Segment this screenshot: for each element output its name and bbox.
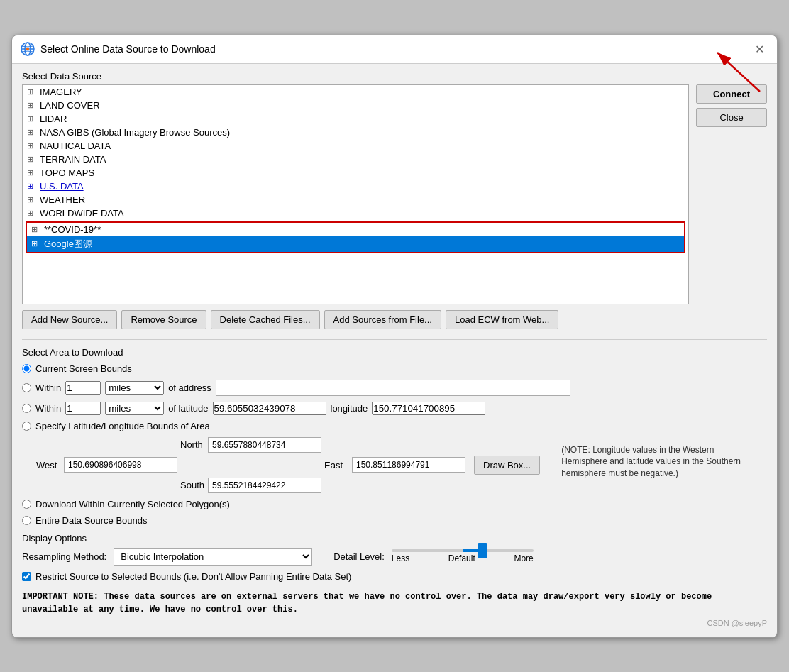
- important-note: IMPORTANT NOTE: These data sources are o…: [22, 590, 767, 616]
- specify-bounds-label[interactable]: Specify Latitude/Longitude Bounds of Are…: [35, 421, 210, 431]
- add-from-file-button[interactable]: Add Sources from File...: [324, 310, 441, 329]
- tree-item-worldwide[interactable]: ⊞ WORLDWIDE DATA: [23, 206, 688, 220]
- close-x-button[interactable]: ✕: [751, 41, 768, 57]
- north-input[interactable]: [208, 437, 321, 453]
- within-latlon-unit[interactable]: miles kilometers feet meters: [105, 402, 164, 415]
- entire-source-radio[interactable]: [22, 516, 31, 525]
- slider-default-label: Default: [448, 553, 475, 563]
- expand-icon-terrain: ⊞: [27, 155, 37, 164]
- polygon-label[interactable]: Download Within Currently Selected Polyg…: [35, 499, 230, 509]
- restrict-checkbox[interactable]: [22, 572, 31, 581]
- tree-item-nasa-gibs[interactable]: ⊞ NASA GIBS (Global Imagery Browse Sourc…: [23, 126, 688, 139]
- west-input[interactable]: [64, 457, 177, 473]
- tree-item-terrain[interactable]: ⊞ TERRAIN DATA: [23, 153, 688, 166]
- tree-item-weather[interactable]: ⊞ WEATHER: [23, 193, 688, 206]
- current-screen-label[interactable]: Current Screen Bounds: [35, 363, 132, 374]
- draw-box-button[interactable]: Draw Box...: [474, 456, 540, 475]
- tree-item-imagery[interactable]: ⊞ IMAGERY: [23, 85, 688, 99]
- restrict-checkbox-row: Restrict Source to Selected Bounds (i.e.…: [22, 571, 767, 582]
- connect-button[interactable]: Connect: [696, 84, 767, 104]
- within-latlon-radio[interactable]: [22, 404, 31, 413]
- tree-item-label-topo: TOPO MAPS: [40, 167, 94, 178]
- address-input[interactable]: [216, 380, 570, 396]
- tree-item-land-cover[interactable]: ⊞ LAND COVER: [23, 99, 688, 112]
- main-dialog: Select Online Data Source to Download ✕ …: [11, 35, 778, 638]
- east-area: East Draw Box...: [324, 456, 540, 475]
- delete-cached-button[interactable]: Delete Cached Files...: [211, 310, 320, 329]
- expand-icon-weather: ⊞: [27, 195, 37, 204]
- load-ecw-button[interactable]: Load ECW from Web...: [446, 310, 558, 329]
- tree-item-topo[interactable]: ⊞ TOPO MAPS: [23, 166, 688, 180]
- west-area: West: [36, 457, 177, 473]
- south-input[interactable]: [208, 478, 321, 493]
- of-latitude-label: of latitude: [168, 403, 208, 414]
- within-address-radio-label[interactable]: Within: [35, 382, 61, 393]
- dialog-title: Select Online Data Source to Download: [40, 43, 216, 55]
- current-screen-radio[interactable]: [22, 364, 31, 373]
- longitude-input[interactable]: [372, 402, 485, 415]
- within-address-value[interactable]: [65, 381, 101, 395]
- slider-min-label: Less: [392, 553, 409, 563]
- tree-panel[interactable]: ⊞ IMAGERY ⊞ LAND COVER ⊞ LIDAR ⊞ NASA GI…: [22, 84, 689, 304]
- entire-source-row: Entire Data Source Bounds: [22, 515, 767, 526]
- tree-item-us-data[interactable]: ⊞ U.S. DATA: [23, 180, 688, 193]
- remove-source-button[interactable]: Remove Source: [121, 310, 206, 329]
- south-area: South: [180, 478, 321, 493]
- svg-point-3: [26, 48, 29, 50]
- custom-sources-box: ⊞ **COVID-19** ⊞ Google图源: [26, 221, 685, 253]
- app-icon: [21, 42, 35, 56]
- title-bar: Select Online Data Source to Download ✕: [12, 35, 777, 64]
- close-button[interactable]: Close: [696, 108, 767, 127]
- expand-icon-nasa-gibs: ⊞: [27, 128, 37, 137]
- expand-icon-covid: ⊞: [31, 225, 41, 234]
- expand-icon-topo: ⊞: [27, 168, 37, 177]
- tree-item-label-covid: **COVID-19**: [44, 224, 101, 235]
- polygon-radio[interactable]: [22, 500, 31, 509]
- specify-bounds-row: Specify Latitude/Longitude Bounds of Are…: [22, 421, 767, 431]
- bounds-grid: North West East Draw Box... South: [36, 437, 540, 493]
- main-area: ⊞ IMAGERY ⊞ LAND COVER ⊞ LIDAR ⊞ NASA GI…: [22, 84, 767, 304]
- within-address-unit[interactable]: miles kilometers feet meters: [105, 381, 164, 395]
- bounds-note: (NOTE: Longitude values in the Western H…: [561, 444, 760, 480]
- expand-icon-nautical: ⊞: [27, 141, 37, 150]
- within-address-radio[interactable]: [22, 383, 31, 392]
- tree-item-lidar[interactable]: ⊞ LIDAR: [23, 112, 688, 126]
- title-bar-left: Select Online Data Source to Download: [21, 42, 216, 56]
- expand-icon-land-cover: ⊞: [27, 101, 37, 110]
- display-options-section: Display Options Resampling Method: Bicub…: [22, 533, 767, 566]
- latitude-input[interactable]: [213, 402, 326, 415]
- expand-icon-us-data: ⊞: [27, 182, 37, 191]
- polygon-row: Download Within Currently Selected Polyg…: [22, 499, 767, 509]
- west-label: West: [36, 460, 61, 470]
- slider-labels: Less Default More: [392, 553, 534, 563]
- south-label: South: [180, 480, 205, 490]
- tree-item-nautical[interactable]: ⊞ NAUTICAL DATA: [23, 139, 688, 153]
- tree-item-label-imagery: IMAGERY: [40, 87, 82, 97]
- east-label: East: [324, 460, 349, 470]
- longitude-label: longitude: [331, 403, 368, 414]
- within-latlon-row: Within miles kilometers feet meters of l…: [22, 402, 767, 415]
- divider: [22, 339, 767, 340]
- add-new-source-button[interactable]: Add New Source...: [22, 310, 117, 329]
- specify-bounds-radio[interactable]: [22, 422, 31, 431]
- detail-level-slider[interactable]: [392, 549, 534, 552]
- tree-item-label-terrain: TERRAIN DATA: [40, 154, 106, 165]
- area-section: Select Area to Download Current Screen B…: [22, 347, 767, 526]
- tree-item-google[interactable]: ⊞ Google图源: [27, 236, 684, 252]
- bounds-area: North West East Draw Box... South: [36, 437, 767, 493]
- tree-item-covid[interactable]: ⊞ **COVID-19**: [27, 223, 684, 236]
- restrict-label[interactable]: Restrict Source to Selected Bounds (i.e.…: [35, 571, 351, 582]
- area-label: Select Area to Download: [22, 347, 767, 358]
- display-options-row: Resampling Method: Bicubic Interpolation…: [22, 548, 767, 566]
- east-input[interactable]: [352, 457, 465, 473]
- resampling-select[interactable]: Bicubic Interpolation Bilinear Interpola…: [114, 548, 312, 566]
- resampling-label: Resampling Method:: [22, 551, 106, 562]
- within-latlon-radio-label[interactable]: Within: [35, 403, 61, 414]
- watermark: CSDN @sleepyP: [22, 619, 767, 627]
- within-latlon-value[interactable]: [65, 402, 101, 415]
- tree-item-label-weather: WEATHER: [40, 194, 85, 205]
- of-address-label: of address: [168, 382, 211, 393]
- expand-icon-worldwide: ⊞: [27, 209, 37, 218]
- entire-source-label[interactable]: Entire Data Source Bounds: [35, 515, 148, 526]
- north-label: North: [180, 439, 205, 450]
